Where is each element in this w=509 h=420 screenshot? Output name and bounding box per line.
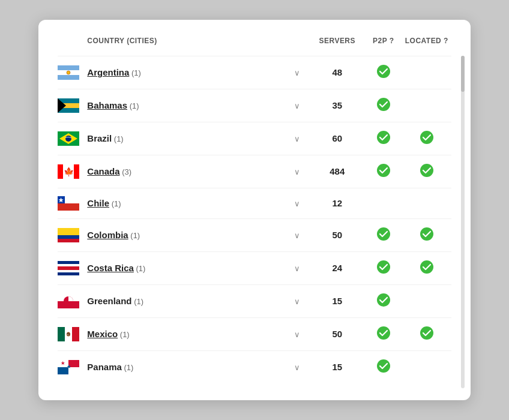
servers-count: 50 [309,318,365,351]
p2p-check [365,122,402,155]
svg-point-46 [377,326,390,340]
p2p-check [365,188,402,219]
cities-count: (1) [132,297,144,306]
servers-count: 48 [309,56,365,89]
svg-rect-51 [68,367,79,374]
country-label: Panama [87,362,122,372]
svg-rect-33 [58,270,79,272]
country-name-cell[interactable]: Bahamas (1) [87,89,285,122]
chevron-down-icon[interactable]: ∨ [294,330,300,339]
table-row: Panama (1)∨15 [58,351,451,384]
chevron-down-icon[interactable]: ∨ [294,297,300,306]
col-header-p2p: P2P ? [365,37,402,56]
chevron-down-icon[interactable]: ∨ [294,134,300,143]
chevron-down-icon[interactable]: ∨ [294,199,300,208]
p2p-check [365,252,402,285]
check-icon [376,260,391,274]
col-header-spacer [285,37,309,56]
country-name-cell[interactable]: Costa Rica (1) [87,252,285,285]
country-name-cell[interactable]: Mexico (1) [87,318,285,351]
svg-text:🦅: 🦅 [67,332,71,337]
svg-text:🍁: 🍁 [64,167,74,177]
chevron-down-icon[interactable]: ∨ [294,231,300,240]
table-row: Bahamas (1)∨35 [58,89,451,122]
chevron-down-icon[interactable]: ∨ [294,101,300,110]
flag-bahamas [58,89,87,122]
svg-rect-16 [58,164,63,179]
servers-count: 15 [309,285,365,318]
svg-rect-32 [58,266,79,270]
country-label[interactable]: Costa Rica [87,263,134,273]
expand-chevron[interactable]: ∨ [285,252,309,285]
country-label[interactable]: Colombia [87,230,128,240]
svg-rect-42 [58,327,65,341]
country-name-cell[interactable]: Argentina (1) [87,56,285,89]
check-icon [420,326,434,340]
located-check [402,318,451,351]
table-row: Costa Rica (1)∨24 [58,252,451,285]
located-check [402,56,451,89]
p2p-check [365,219,402,252]
expand-chevron[interactable]: ∨ [285,285,309,318]
chevron-down-icon[interactable]: ∨ [294,68,300,77]
country-name-cell: Panama (1) [87,351,285,384]
servers-count: 35 [309,89,365,122]
svg-point-4 [377,65,390,78]
check-icon [420,260,434,274]
servers-value: 15 [332,296,342,306]
expand-chevron[interactable]: ∨ [285,219,309,252]
cities-count: (3) [120,167,132,176]
svg-point-12 [65,136,71,142]
cities-count: (1) [134,264,146,273]
country-name-cell[interactable]: Chile (1) [87,188,285,219]
table-row: Colombia (1)∨50 [58,219,451,252]
country-name-cell[interactable]: Colombia (1) [87,219,285,252]
flag-chile [58,188,87,219]
main-card: COUNTRY (CITIES) SERVERS P2P ? LOCATED ?… [38,20,471,400]
expand-chevron[interactable]: ∨ [285,351,309,384]
servers-count: 12 [309,188,365,219]
country-label[interactable]: Argentina [87,67,129,77]
country-label: Brazil [87,133,112,143]
table-row: 🦅 Mexico (1)∨50 [58,318,451,351]
svg-point-20 [420,164,433,177]
flag-greenland [58,285,87,318]
flag-argentina [58,56,87,89]
country-label[interactable]: Mexico [87,329,118,339]
p2p-check [365,285,402,318]
svg-point-9 [377,98,390,111]
expand-chevron[interactable]: ∨ [285,89,309,122]
country-label[interactable]: Bahamas [87,100,127,110]
scrollbar-track[interactable] [461,56,465,388]
col-header-located: LOCATED ? [402,37,451,56]
svg-rect-17 [74,164,79,179]
located-check [402,89,451,122]
svg-point-28 [377,227,390,241]
expand-chevron[interactable]: ∨ [285,188,309,219]
expand-chevron[interactable]: ∨ [285,155,309,188]
servers-value: 484 [330,166,345,176]
p2p-check [365,318,402,351]
country-label[interactable]: Chile [87,198,109,208]
servers-value: 35 [332,100,342,110]
flag-panama [58,351,87,384]
chevron-down-icon[interactable]: ∨ [294,167,300,176]
servers-value: 24 [332,263,342,273]
check-icon [376,326,391,340]
col-header-servers: SERVERS [309,37,365,56]
check-icon [376,64,391,79]
servers-value: 60 [332,133,342,143]
expand-chevron[interactable]: ∨ [285,122,309,155]
chevron-down-icon[interactable]: ∨ [294,363,300,372]
country-name-cell[interactable]: Canada (3) [87,155,285,188]
expand-chevron[interactable]: ∨ [285,318,309,351]
svg-rect-22 [58,203,79,211]
p2p-check [365,56,402,89]
flag-mexico: 🦅 [58,318,87,351]
chevron-down-icon[interactable]: ∨ [294,264,300,273]
svg-rect-43 [72,327,79,341]
country-label[interactable]: Canada [87,166,119,176]
located-check [402,351,451,384]
expand-chevron[interactable]: ∨ [285,56,309,89]
scrollbar-thumb[interactable] [461,56,465,92]
